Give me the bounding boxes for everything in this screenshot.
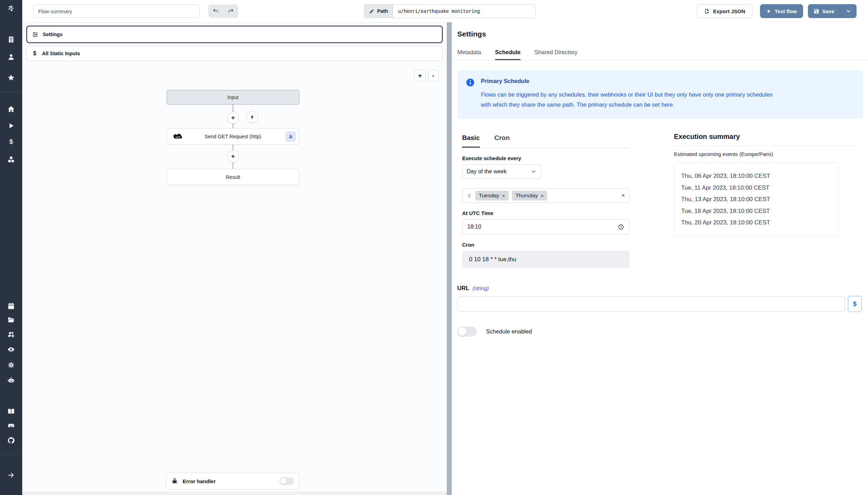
unfold-icon [467,193,472,198]
tab-metadata[interactable]: Metadata [457,45,481,60]
topbar: Path Export JSON Test flow Save [22,0,868,22]
test-flow-label: Test flow [775,8,797,14]
schedule-form: Basic Cron Execute schedule every Day of… [462,134,629,268]
play-icon [766,9,771,14]
all-static-inputs-box[interactable]: $ All Static Inputs [26,46,443,61]
flow-settings-box[interactable]: Settings [26,26,443,43]
save-button-group: Save [808,4,857,18]
http-step-node[interactable]: HTTP Send GET Request (http) a [167,128,299,145]
tab-shared-directory[interactable]: Shared Directory [534,45,577,60]
url-label: URL [457,285,469,292]
audit-eye-icon[interactable] [7,345,15,354]
result-node[interactable]: Result [167,169,299,185]
runs-play-icon[interactable] [7,122,15,130]
error-handler-box[interactable]: Error handler [166,473,299,489]
remove-tag-icon[interactable]: × [541,193,544,199]
canvas-scrollbar-track[interactable] [22,492,447,495]
redo-button[interactable] [225,6,237,16]
insert-variable-button[interactable]: $ [848,296,862,312]
resources-cubes-icon[interactable] [7,155,15,164]
schedule-enabled-row: Schedule enabled [457,327,532,337]
input-node[interactable]: Input [167,90,299,105]
svg-text:HTTP: HTTP [176,136,181,138]
period-select[interactable]: Day of the week [462,164,541,179]
add-step-button[interactable]: + [227,112,239,124]
export-json-label: Export JSON [713,8,745,14]
event-row: Thu, 06 Apr 2023, 18:10:00 CEST [681,170,835,182]
time-input[interactable]: 18:10 [462,219,629,234]
remove-tag-icon[interactable]: × [502,193,505,199]
days-multiselect[interactable]: Tuesday × Thursday × × [462,188,629,203]
folders-icon[interactable] [7,316,15,324]
day-tag[interactable]: Tuesday × [475,191,509,200]
error-handler-label: Error handler [183,478,216,484]
step-id-badge: a [285,131,296,142]
add-step-button[interactable]: + [227,150,239,162]
tab-basic[interactable]: Basic [462,134,480,148]
clear-all-icon[interactable]: × [621,192,625,199]
zoom-out-button[interactable]: - [428,70,439,81]
primary-schedule-info-box: Primary Schedule Flows can be triggered … [457,70,863,119]
clock-icon[interactable] [618,224,624,230]
schedule-enabled-label: Schedule enabled [486,328,532,335]
favorites-star-icon[interactable] [7,74,15,82]
app-window: $ [0,0,868,495]
settings-tabs: Metadata Schedule Shared Directory [452,45,868,60]
flow-summary-input[interactable] [33,5,200,18]
export-json-button[interactable]: Export JSON [697,4,752,18]
schedules-calendar-icon[interactable] [7,302,15,310]
docs-book-icon[interactable] [7,407,15,415]
undo-button[interactable] [210,6,222,16]
url-input-row: $ [457,296,862,312]
at-utc-time-label: At UTC Time [462,210,629,216]
cron-expression-field: 0 10 18 * * tue,thu [462,251,629,268]
event-row: Tue, 11 Apr 2023, 18:10:00 CEST [681,182,835,194]
tab-schedule[interactable]: Schedule [495,45,520,60]
panel-splitter[interactable] [447,22,452,495]
sidebar-divider [0,454,22,455]
save-dropdown-button[interactable] [840,4,857,18]
error-handler-toggle[interactable] [279,477,294,485]
day-tag[interactable]: Thursday × [512,191,547,200]
settings-panel: Settings Metadata Schedule Shared Direct… [452,22,868,495]
info-text-line: with which they share the same path. The… [481,100,773,110]
path-input[interactable] [393,4,536,18]
discord-icon[interactable] [7,422,15,430]
settings-gear-icon[interactable] [7,361,15,369]
trigger-bolt-button[interactable] [247,111,258,123]
schedule-enabled-toggle[interactable] [457,327,477,337]
path-edit-button[interactable]: Path [364,4,393,18]
bug-icon [171,478,178,485]
execution-summary: Execution summary Estimated upcoming eve… [674,133,857,236]
chevron-down-icon [845,8,852,14]
settings-panel-title: Settings [457,30,486,38]
github-icon[interactable] [7,436,15,445]
save-label: Save [822,8,834,14]
zoom-in-button[interactable]: + [414,70,426,81]
home-icon[interactable] [7,105,15,113]
svg-text:$: $ [9,138,13,145]
day-tag-label: Thursday [516,192,538,199]
day-tag-label: Tuesday [479,192,499,199]
sidebar: $ [0,0,22,495]
bolt-icon [250,114,255,120]
chevron-down-icon [531,168,537,175]
flow-settings-label: Settings [43,32,62,37]
save-button[interactable]: Save [808,4,840,18]
schedule-mode-tabs: Basic Cron [462,134,629,148]
cron-label: Cron [462,242,629,248]
variables-dollar-icon[interactable]: $ [7,138,15,146]
info-text-line: Flows can be triggered by any schedules,… [481,90,773,100]
test-flow-button[interactable]: Test flow [760,4,803,18]
workspace-icon[interactable] [7,35,15,44]
path-group: Path [364,4,536,18]
user-icon[interactable] [7,53,15,61]
toggle-knob [458,327,467,336]
all-static-inputs-label: All Static Inputs [42,51,80,56]
tab-cron[interactable]: Cron [494,134,510,148]
groups-users-gear-icon[interactable] [7,330,15,339]
workers-robot-icon[interactable] [7,376,15,384]
expand-arrow-icon[interactable] [7,471,15,479]
windmill-logo-icon[interactable] [7,4,15,13]
url-input[interactable] [457,296,845,312]
